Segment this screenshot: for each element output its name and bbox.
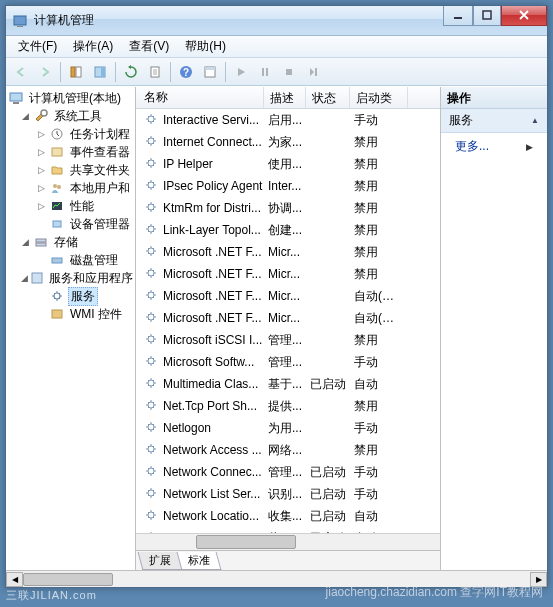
service-row[interactable]: Network Connec...管理...已启动手动	[136, 461, 440, 483]
collapse-icon[interactable]: ◢	[20, 237, 31, 248]
restart-button[interactable]	[302, 61, 324, 83]
service-name: Network Connec...	[163, 465, 262, 479]
service-startup: 手动	[350, 464, 408, 481]
expand-icon[interactable]: ▷	[36, 129, 47, 140]
actions-more[interactable]: 更多... ▶	[441, 133, 547, 160]
svg-rect-2	[454, 17, 462, 19]
service-row[interactable]: Microsoft .NET F...Micr...禁用	[136, 263, 440, 285]
minimize-button[interactable]	[443, 6, 473, 26]
scroll-left-button[interactable]: ◀	[6, 572, 23, 587]
svg-rect-25	[53, 221, 61, 227]
actions-pane: 操作 服务 ▲ 更多... ▶	[441, 87, 547, 570]
service-startup: 禁用	[350, 200, 408, 217]
service-row[interactable]: Link-Layer Topol...创建...禁用	[136, 219, 440, 241]
tree-services-apps[interactable]: ◢ 服务和应用程序	[6, 269, 135, 287]
menu-help[interactable]: 帮助(H)	[177, 36, 234, 57]
refresh-button[interactable]	[120, 61, 142, 83]
service-row[interactable]: Microsoft .NET F...Micr...自动(延迟	[136, 285, 440, 307]
expand-icon[interactable]: ▷	[36, 183, 47, 194]
tree-shared-folders[interactable]: ▷ 共享文件夹	[6, 161, 135, 179]
titlebar[interactable]: 计算机管理	[6, 6, 547, 36]
show-hide-tree-button[interactable]	[65, 61, 87, 83]
tree-disk-management[interactable]: 磁盘管理	[6, 251, 135, 269]
service-desc: 提供...	[264, 398, 306, 415]
collapse-icon[interactable]: ◢	[20, 111, 31, 122]
tab-standard[interactable]: 标准	[177, 552, 222, 570]
col-desc[interactable]: 描述	[264, 87, 306, 108]
svg-rect-18	[13, 102, 19, 104]
service-row[interactable]: Multimedia Clas...基于...已启动自动	[136, 373, 440, 395]
expand-icon[interactable]: ▷	[36, 201, 47, 212]
tree-system-tools[interactable]: ◢ 系统工具	[6, 107, 135, 125]
forward-button[interactable]	[34, 61, 56, 83]
service-row[interactable]: Network Access ...网络...禁用	[136, 439, 440, 461]
service-row[interactable]: Network Locatio...收集...已启动自动	[136, 505, 440, 527]
menu-file[interactable]: 文件(F)	[10, 36, 65, 57]
menu-action[interactable]: 操作(A)	[65, 36, 121, 57]
help-button[interactable]: ?	[175, 61, 197, 83]
service-row[interactable]: Interactive Servi...启用...手动	[136, 109, 440, 131]
menu-view[interactable]: 查看(V)	[121, 36, 177, 57]
service-row[interactable]: Microsoft .NET F...Micr...禁用	[136, 241, 440, 263]
service-status: 已启动	[306, 508, 350, 525]
window-buttons	[443, 6, 547, 26]
close-button[interactable]	[501, 6, 547, 26]
col-status[interactable]: 状态	[306, 87, 350, 108]
expand-icon[interactable]: ▷	[36, 165, 47, 176]
expand-icon[interactable]: ▷	[36, 147, 47, 158]
service-row[interactable]: Netlogon为用...手动	[136, 417, 440, 439]
tree-local-users[interactable]: ▷ 本地用户和	[6, 179, 135, 197]
pause-button[interactable]	[254, 61, 276, 83]
col-name[interactable]: 名称	[136, 87, 264, 108]
toolbar-sep	[225, 62, 226, 82]
service-status: 已启动	[306, 486, 350, 503]
tree-event-viewer[interactable]: ▷ 事件查看器	[6, 143, 135, 161]
service-row[interactable]: Microsoft .NET F...Micr...自动(延迟	[136, 307, 440, 329]
list-body[interactable]: Interactive Servi...启用...手动Internet Conn…	[136, 109, 440, 533]
service-desc: 基于...	[264, 376, 306, 393]
scroll-thumb[interactable]	[23, 573, 113, 586]
tree-device-manager[interactable]: 设备管理器	[6, 215, 135, 233]
start-button[interactable]	[230, 61, 252, 83]
service-desc: 协调...	[264, 200, 306, 217]
show-hide-action-button[interactable]	[89, 61, 111, 83]
service-row[interactable]: Microsoft iSCSI I...管理...禁用	[136, 329, 440, 351]
collapse-icon[interactable]: ▲	[531, 116, 539, 125]
tree-task-scheduler[interactable]: ▷ 任务计划程	[6, 125, 135, 143]
service-row[interactable]: IP Helper使用...禁用	[136, 153, 440, 175]
service-status: 已启动	[306, 376, 350, 393]
service-name: Netlogon	[163, 421, 211, 435]
gear-icon	[144, 332, 160, 348]
tree-performance[interactable]: ▷ 性能	[6, 197, 135, 215]
tree-services[interactable]: 服务	[6, 287, 135, 305]
disk-icon	[49, 252, 65, 268]
scroll-thumb[interactable]	[196, 535, 296, 549]
service-row[interactable]: KtmRm for Distri...协调...禁用	[136, 197, 440, 219]
folder-icon	[49, 162, 65, 178]
service-row[interactable]: Net.Tcp Port Sh...提供...禁用	[136, 395, 440, 417]
service-name: Internet Connect...	[163, 135, 262, 149]
service-row[interactable]: IPsec Policy AgentInter...禁用	[136, 175, 440, 197]
service-startup: 自动(延迟	[350, 310, 408, 327]
tree-storage[interactable]: ◢ 存储	[6, 233, 135, 251]
collapse-icon[interactable]: ◢	[20, 273, 28, 284]
service-row[interactable]: Microsoft Softw...管理...手动	[136, 351, 440, 373]
service-row[interactable]: Internet Connect...为家...禁用	[136, 131, 440, 153]
col-startup[interactable]: 启动类型	[350, 87, 408, 108]
actions-section[interactable]: 服务 ▲	[441, 109, 547, 133]
export-button[interactable]	[144, 61, 166, 83]
h-scrollbar[interactable]	[136, 533, 440, 550]
stop-button[interactable]	[278, 61, 300, 83]
service-row[interactable]: Network List Ser...识别...已启动手动	[136, 483, 440, 505]
maximize-button[interactable]	[473, 6, 501, 26]
properties-button[interactable]	[199, 61, 221, 83]
service-name: Microsoft .NET F...	[163, 311, 261, 325]
list-header: 名称 描述 状态 启动类型	[136, 87, 440, 109]
back-button[interactable]	[10, 61, 32, 83]
gear-icon	[49, 288, 65, 304]
gear-icon	[144, 266, 160, 282]
storage-icon	[33, 234, 49, 250]
tree-wmi[interactable]: WMI 控件	[6, 305, 135, 323]
tab-extended[interactable]: 扩展	[138, 552, 183, 570]
tree-root[interactable]: 计算机管理(本地)	[6, 89, 135, 107]
